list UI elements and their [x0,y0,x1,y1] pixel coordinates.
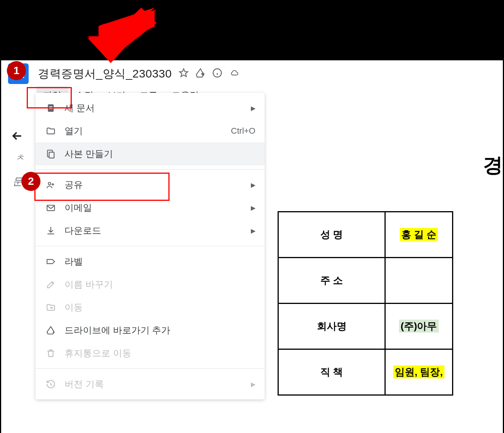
outline-truncated-1: ㅊ [16,152,24,163]
red-arrow-annotation [88,4,157,65]
field-value[interactable]: (주)아무 [385,304,453,349]
menu-label: 라벨 [65,255,255,268]
menu-label: 드라이브에 바로가기 추가 [65,324,255,336]
menu-move: 이동 [36,296,265,319]
table-row: 직 책 임원, 팀장, [278,349,453,395]
drive-shortcut-icon[interactable]: + [195,68,205,79]
menu-label: 휴지통으로 이동 [65,347,255,359]
rename-icon [45,278,57,291]
svg-text:+: + [201,71,204,77]
menu-label: 열기 [65,125,231,137]
field-label: 직 책 [278,349,385,395]
field-label: 회사명 [278,304,385,349]
submenu-arrow-icon: ▶ [251,181,255,189]
menu-label-action[interactable]: 라벨 [36,250,265,273]
table-row: 주 소 [278,258,453,304]
submenu-arrow-icon: ▶ [251,381,255,388]
menu-rename: 이름 바꾸기 [36,273,265,296]
menu-download[interactable]: 다운로드 ▶ [36,219,265,242]
download-icon [45,225,57,237]
submenu-arrow-icon: ▶ [251,227,255,234]
table-row: 회사명 (주)아무 [278,304,453,349]
folder-icon [45,125,57,137]
menu-label: 이메일 [65,202,251,214]
field-label: 성 명 [278,212,385,258]
menu-label: 버전 기록 [65,378,251,390]
menu-label: 이름 바꾸기 [65,278,255,291]
copy-icon [45,148,57,160]
submenu-arrow-icon: ▶ [251,204,255,212]
annotation-highlight-box-2 [34,173,170,201]
label-icon [45,255,57,268]
submenu-arrow-icon: ▶ [251,105,255,112]
shortcut-text: Ctrl+O [231,126,255,136]
trash-icon [45,347,57,359]
file-menu-dropdown: 새 문서 ▶ 열기 Ctrl+O 사본 만들기 공유 ▶ 이메일 ▶ 다운로드 … [36,93,265,399]
field-value[interactable]: 임원, 팀장, [385,349,453,395]
back-arrow-icon[interactable] [10,129,24,146]
cloud-icon[interactable] [229,69,240,79]
menu-open[interactable]: 열기 Ctrl+O [36,120,265,142]
menu-version-history: 버전 기록 ▶ [36,373,265,396]
star-icon[interactable] [179,68,189,79]
top-black-bar [0,0,504,59]
menu-move-to-trash: 휴지통으로 이동 [36,342,265,365]
move-icon [45,301,57,313]
history-icon [45,378,57,390]
annotation-highlight-box-1 [27,87,72,108]
title-bar: 경력증명서_양식_230330 + [1,60,503,84]
menu-label: 사본 만들기 [65,148,255,160]
menu-separator [36,169,265,170]
svg-rect-9 [49,152,54,158]
menu-make-copy[interactable]: 사본 만들기 [36,142,265,165]
field-value[interactable]: 홍 길 순 [385,212,453,258]
menu-label: 이동 [65,301,255,313]
menu-add-drive-shortcut[interactable]: 드라이브에 바로가기 추가 [36,319,265,342]
email-icon [45,202,57,214]
annotation-callout-2: 2 [21,172,40,191]
field-label: 주 소 [278,258,385,304]
form-table: 성 명 홍 길 순 주 소 회사명 (주)아무 직 책 임원, 팀장, [278,211,453,396]
info-icon[interactable] [212,68,222,79]
menu-label: 새 문서 [65,102,251,114]
table-row: 성 명 홍 길 순 [278,212,453,258]
document-title[interactable]: 경력증명서_양식_230330 [38,66,172,82]
menu-separator [36,246,265,246]
document-heading: 경 [483,152,503,179]
menu-separator [36,368,265,369]
drive-add-icon [45,324,57,336]
field-value[interactable] [385,258,453,304]
menu-label: 다운로드 [65,225,251,237]
app-window: 경력증명서_양식_230330 + 파일 수정 보기 도구 도움말 ㅊ 문서 [0,59,504,433]
document-canvas[interactable]: 경 성 명 홍 길 순 주 소 회사명 (주)아무 직 책 임원, 팀장, [268,93,503,433]
annotation-callout-1: 1 [7,61,26,80]
